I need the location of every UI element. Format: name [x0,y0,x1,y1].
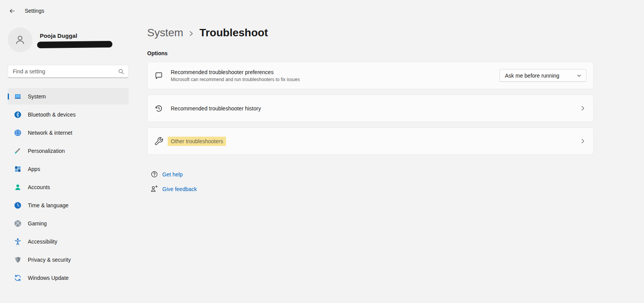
sidebar-item-label: System [28,93,46,100]
chevron-down-icon [577,73,581,78]
system-icon [14,93,22,100]
search-input[interactable] [13,68,118,74]
sidebar-nav: System Bluetooth & devices Network & int… [8,88,129,286]
card-title: Recommended troubleshooter preferences [171,69,300,75]
chevron-right-icon [580,138,586,144]
sidebar-item-label: Gaming [28,220,47,227]
time-language-icon [14,201,22,209]
wrench-icon [154,137,163,146]
give-feedback-link[interactable]: Give feedback [150,185,197,193]
accessibility-icon [14,238,22,245]
chevron-right-icon [580,105,586,111]
history-icon [154,104,163,113]
card-subtitle: Microsoft can recommend and run troubles… [171,77,300,82]
settings-window: Settings Pooja Duggal [0,0,644,303]
help-links: Get help Give feedback [150,170,594,193]
preferences-dropdown[interactable]: Ask me before running [500,69,586,82]
card-text: Recommended troubleshooter preferences M… [171,69,300,82]
person-icon [14,34,26,46]
page-title: Troubleshoot [199,27,268,39]
sidebar-item-accessibility[interactable]: Accessibility [8,233,129,250]
bluetooth-icon [14,111,22,118]
sidebar-item-label: Accessibility [28,239,57,245]
sidebar-item-label: Personalization [28,148,65,154]
personalization-icon [14,147,22,155]
main-content: System Troubleshoot Options Recommended … [147,0,594,200]
sidebar-item-label: Bluetooth & devices [28,112,76,118]
arrow-left-icon [9,8,15,14]
search-icon[interactable] [118,69,124,74]
accounts-icon [14,183,22,191]
sidebar-item-label: Windows Update [28,275,69,281]
sidebar: Pooja Duggal System [0,22,136,288]
comment-icon [154,71,163,80]
sidebar-item-bluetooth-devices[interactable]: Bluetooth & devices [8,106,129,123]
sidebar-item-label: Time & language [28,202,68,208]
sidebar-item-accounts[interactable]: Accounts [8,179,129,195]
card-other-troubleshooters[interactable]: Other troubleshooters [147,127,594,155]
user-card[interactable]: Pooja Duggal [8,26,129,53]
breadcrumb: System Troubleshoot [147,25,594,41]
sidebar-item-network-internet[interactable]: Network & internet [8,124,129,141]
sidebar-item-label: Privacy & security [28,257,71,263]
search-box [8,65,129,78]
give-feedback-label: Give feedback [162,186,197,192]
avatar [8,27,32,52]
privacy-security-icon [14,256,22,264]
card-text: Recommended troubleshooter history [171,105,261,112]
breadcrumb-system[interactable]: System [147,27,183,39]
app-title: Settings [25,8,44,14]
get-help-icon [150,170,158,178]
redacted-email [37,41,112,48]
card-text: Other troubleshooters [171,138,226,144]
titlebar: Settings [0,0,44,22]
sidebar-item-label: Accounts [28,184,50,190]
card-troubleshooter-preferences: Recommended troubleshooter preferences M… [147,62,594,89]
get-help-link[interactable]: Get help [150,170,183,178]
apps-icon [14,165,22,173]
sidebar-item-system[interactable]: System [8,88,129,105]
sidebar-item-personalization[interactable]: Personalization [8,142,129,159]
dropdown-value: Ask me before running [505,73,559,79]
options-section-title: Options [147,50,594,56]
sidebar-item-time-language[interactable]: Time & language [8,197,129,213]
card-title-highlighted: Other troubleshooters [168,137,226,146]
chevron-right-icon [188,30,194,37]
sidebar-item-privacy-security[interactable]: Privacy & security [8,251,129,268]
windows-update-icon [14,274,22,282]
user-name: Pooja Duggal [40,32,112,39]
network-icon [14,129,22,137]
sidebar-item-windows-update[interactable]: Windows Update [8,269,129,286]
card-troubleshooter-history[interactable]: Recommended troubleshooter history [147,95,594,122]
feedback-icon [150,185,158,193]
sidebar-item-apps[interactable]: Apps [8,161,129,177]
selected-accent-bar [8,93,9,100]
user-info: Pooja Duggal [40,32,112,48]
gaming-icon [14,220,22,227]
sidebar-item-label: Apps [28,166,40,172]
back-button[interactable] [5,5,19,17]
sidebar-item-label: Network & internet [28,130,72,136]
sidebar-item-gaming[interactable]: Gaming [8,215,129,232]
get-help-label: Get help [162,171,183,178]
card-title: Recommended troubleshooter history [171,105,261,112]
